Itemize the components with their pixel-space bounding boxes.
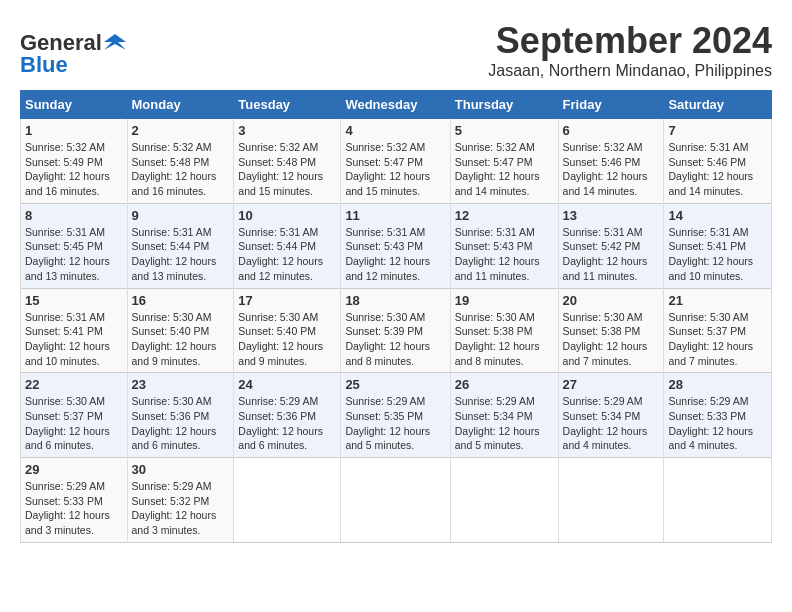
week-row-2: 8Sunrise: 5:31 AM Sunset: 5:45 PM Daylig… xyxy=(21,203,772,288)
day-cell: 22Sunrise: 5:30 AM Sunset: 5:37 PM Dayli… xyxy=(21,373,128,458)
col-header-saturday: Saturday xyxy=(664,91,772,119)
day-number: 6 xyxy=(563,123,660,138)
week-row-5: 29Sunrise: 5:29 AM Sunset: 5:33 PM Dayli… xyxy=(21,458,772,543)
calendar-table: SundayMondayTuesdayWednesdayThursdayFrid… xyxy=(20,90,772,543)
day-number: 26 xyxy=(455,377,554,392)
day-cell: 29Sunrise: 5:29 AM Sunset: 5:33 PM Dayli… xyxy=(21,458,128,543)
day-cell: 25Sunrise: 5:29 AM Sunset: 5:35 PM Dayli… xyxy=(341,373,450,458)
day-number: 7 xyxy=(668,123,767,138)
day-number: 22 xyxy=(25,377,123,392)
day-cell: 9Sunrise: 5:31 AM Sunset: 5:44 PM Daylig… xyxy=(127,203,234,288)
day-number: 1 xyxy=(25,123,123,138)
day-cell: 18Sunrise: 5:30 AM Sunset: 5:39 PM Dayli… xyxy=(341,288,450,373)
day-cell: 24Sunrise: 5:29 AM Sunset: 5:36 PM Dayli… xyxy=(234,373,341,458)
day-detail: Sunrise: 5:29 AM Sunset: 5:34 PM Dayligh… xyxy=(455,394,554,453)
day-number: 3 xyxy=(238,123,336,138)
day-cell: 19Sunrise: 5:30 AM Sunset: 5:38 PM Dayli… xyxy=(450,288,558,373)
day-number: 15 xyxy=(25,293,123,308)
day-cell: 16Sunrise: 5:30 AM Sunset: 5:40 PM Dayli… xyxy=(127,288,234,373)
day-detail: Sunrise: 5:32 AM Sunset: 5:47 PM Dayligh… xyxy=(455,140,554,199)
day-cell: 4Sunrise: 5:32 AM Sunset: 5:47 PM Daylig… xyxy=(341,119,450,204)
day-detail: Sunrise: 5:30 AM Sunset: 5:38 PM Dayligh… xyxy=(455,310,554,369)
day-cell: 21Sunrise: 5:30 AM Sunset: 5:37 PM Dayli… xyxy=(664,288,772,373)
day-number: 28 xyxy=(668,377,767,392)
col-header-friday: Friday xyxy=(558,91,664,119)
day-detail: Sunrise: 5:30 AM Sunset: 5:37 PM Dayligh… xyxy=(668,310,767,369)
day-number: 4 xyxy=(345,123,445,138)
day-cell xyxy=(558,458,664,543)
day-cell: 6Sunrise: 5:32 AM Sunset: 5:46 PM Daylig… xyxy=(558,119,664,204)
header: General Blue September 2024 Jasaan, Nort… xyxy=(20,20,772,80)
day-number: 18 xyxy=(345,293,445,308)
day-detail: Sunrise: 5:30 AM Sunset: 5:37 PM Dayligh… xyxy=(25,394,123,453)
day-detail: Sunrise: 5:29 AM Sunset: 5:36 PM Dayligh… xyxy=(238,394,336,453)
day-detail: Sunrise: 5:30 AM Sunset: 5:36 PM Dayligh… xyxy=(132,394,230,453)
day-detail: Sunrise: 5:29 AM Sunset: 5:35 PM Dayligh… xyxy=(345,394,445,453)
day-cell xyxy=(450,458,558,543)
day-cell: 12Sunrise: 5:31 AM Sunset: 5:43 PM Dayli… xyxy=(450,203,558,288)
day-detail: Sunrise: 5:29 AM Sunset: 5:33 PM Dayligh… xyxy=(25,479,123,538)
day-detail: Sunrise: 5:31 AM Sunset: 5:45 PM Dayligh… xyxy=(25,225,123,284)
day-number: 11 xyxy=(345,208,445,223)
week-row-4: 22Sunrise: 5:30 AM Sunset: 5:37 PM Dayli… xyxy=(21,373,772,458)
logo-blue: Blue xyxy=(20,52,68,78)
day-detail: Sunrise: 5:31 AM Sunset: 5:46 PM Dayligh… xyxy=(668,140,767,199)
day-number: 19 xyxy=(455,293,554,308)
day-cell: 2Sunrise: 5:32 AM Sunset: 5:48 PM Daylig… xyxy=(127,119,234,204)
day-number: 20 xyxy=(563,293,660,308)
day-cell: 3Sunrise: 5:32 AM Sunset: 5:48 PM Daylig… xyxy=(234,119,341,204)
day-cell: 14Sunrise: 5:31 AM Sunset: 5:41 PM Dayli… xyxy=(664,203,772,288)
day-detail: Sunrise: 5:31 AM Sunset: 5:44 PM Dayligh… xyxy=(132,225,230,284)
day-number: 10 xyxy=(238,208,336,223)
day-detail: Sunrise: 5:29 AM Sunset: 5:33 PM Dayligh… xyxy=(668,394,767,453)
calendar-header-row: SundayMondayTuesdayWednesdayThursdayFrid… xyxy=(21,91,772,119)
day-detail: Sunrise: 5:31 AM Sunset: 5:41 PM Dayligh… xyxy=(668,225,767,284)
day-cell: 1Sunrise: 5:32 AM Sunset: 5:49 PM Daylig… xyxy=(21,119,128,204)
day-number: 2 xyxy=(132,123,230,138)
location-title: Jasaan, Northern Mindanao, Philippines xyxy=(488,62,772,80)
day-cell: 28Sunrise: 5:29 AM Sunset: 5:33 PM Dayli… xyxy=(664,373,772,458)
day-detail: Sunrise: 5:32 AM Sunset: 5:46 PM Dayligh… xyxy=(563,140,660,199)
week-row-3: 15Sunrise: 5:31 AM Sunset: 5:41 PM Dayli… xyxy=(21,288,772,373)
day-number: 5 xyxy=(455,123,554,138)
day-detail: Sunrise: 5:32 AM Sunset: 5:49 PM Dayligh… xyxy=(25,140,123,199)
day-cell: 15Sunrise: 5:31 AM Sunset: 5:41 PM Dayli… xyxy=(21,288,128,373)
day-number: 14 xyxy=(668,208,767,223)
day-detail: Sunrise: 5:29 AM Sunset: 5:32 PM Dayligh… xyxy=(132,479,230,538)
day-cell xyxy=(341,458,450,543)
col-header-thursday: Thursday xyxy=(450,91,558,119)
day-number: 25 xyxy=(345,377,445,392)
col-header-wednesday: Wednesday xyxy=(341,91,450,119)
day-number: 12 xyxy=(455,208,554,223)
day-cell: 11Sunrise: 5:31 AM Sunset: 5:43 PM Dayli… xyxy=(341,203,450,288)
day-number: 16 xyxy=(132,293,230,308)
day-number: 21 xyxy=(668,293,767,308)
title-area: September 2024 Jasaan, Northern Mindanao… xyxy=(488,20,772,80)
day-cell: 10Sunrise: 5:31 AM Sunset: 5:44 PM Dayli… xyxy=(234,203,341,288)
month-title: September 2024 xyxy=(488,20,772,62)
svg-marker-0 xyxy=(104,34,126,50)
day-detail: Sunrise: 5:31 AM Sunset: 5:43 PM Dayligh… xyxy=(345,225,445,284)
day-detail: Sunrise: 5:31 AM Sunset: 5:42 PM Dayligh… xyxy=(563,225,660,284)
day-detail: Sunrise: 5:31 AM Sunset: 5:43 PM Dayligh… xyxy=(455,225,554,284)
day-cell xyxy=(664,458,772,543)
day-number: 30 xyxy=(132,462,230,477)
day-detail: Sunrise: 5:30 AM Sunset: 5:40 PM Dayligh… xyxy=(238,310,336,369)
day-number: 13 xyxy=(563,208,660,223)
col-header-tuesday: Tuesday xyxy=(234,91,341,119)
day-cell: 23Sunrise: 5:30 AM Sunset: 5:36 PM Dayli… xyxy=(127,373,234,458)
day-cell: 8Sunrise: 5:31 AM Sunset: 5:45 PM Daylig… xyxy=(21,203,128,288)
day-number: 23 xyxy=(132,377,230,392)
col-header-monday: Monday xyxy=(127,91,234,119)
day-number: 8 xyxy=(25,208,123,223)
day-cell: 7Sunrise: 5:31 AM Sunset: 5:46 PM Daylig… xyxy=(664,119,772,204)
day-detail: Sunrise: 5:29 AM Sunset: 5:34 PM Dayligh… xyxy=(563,394,660,453)
day-cell xyxy=(234,458,341,543)
day-detail: Sunrise: 5:32 AM Sunset: 5:47 PM Dayligh… xyxy=(345,140,445,199)
day-cell: 5Sunrise: 5:32 AM Sunset: 5:47 PM Daylig… xyxy=(450,119,558,204)
day-cell: 13Sunrise: 5:31 AM Sunset: 5:42 PM Dayli… xyxy=(558,203,664,288)
day-cell: 17Sunrise: 5:30 AM Sunset: 5:40 PM Dayli… xyxy=(234,288,341,373)
day-number: 29 xyxy=(25,462,123,477)
day-number: 24 xyxy=(238,377,336,392)
day-cell: 27Sunrise: 5:29 AM Sunset: 5:34 PM Dayli… xyxy=(558,373,664,458)
